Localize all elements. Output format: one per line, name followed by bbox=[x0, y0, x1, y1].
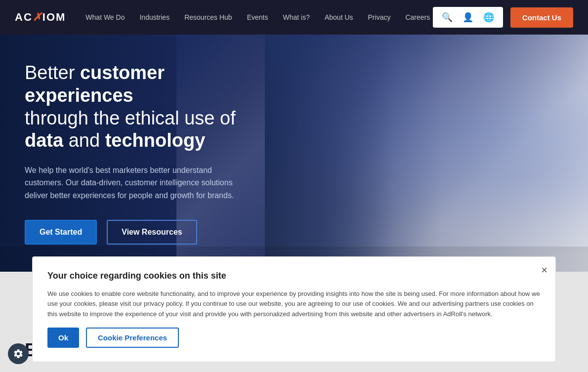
cookie-title: Your choice regarding cookies on this si… bbox=[47, 271, 541, 281]
hero-subtitle: We help the world's best marketers bette… bbox=[25, 164, 252, 202]
hero-title: Better customer experiences through the … bbox=[25, 62, 252, 152]
nav-item-about-us[interactable]: About Us bbox=[325, 13, 353, 21]
view-resources-button[interactable]: View Resources bbox=[107, 220, 197, 245]
hero-title-bold3: technology bbox=[105, 130, 206, 151]
hero-person-bg bbox=[265, 35, 588, 272]
cookie-preferences-button[interactable]: Cookie Preferences bbox=[86, 328, 179, 348]
logo[interactable]: AC✗IOM bbox=[15, 11, 66, 24]
search-icon: 🔍 bbox=[442, 12, 453, 23]
user-icon: 👤 bbox=[462, 12, 473, 23]
nav-item-events[interactable]: Events bbox=[247, 13, 268, 21]
cookie-text: We use cookies to enable core website fu… bbox=[47, 289, 541, 320]
get-started-button[interactable]: Get Started bbox=[25, 220, 97, 245]
settings-icon bbox=[13, 348, 24, 359]
hero-content: Better customer experiences through the … bbox=[0, 35, 277, 272]
nav-item-what-is[interactable]: What is? bbox=[283, 13, 309, 21]
settings-fab[interactable] bbox=[8, 343, 29, 364]
nav-links: What We Do Industries Resources Hub Even… bbox=[85, 13, 432, 21]
nav-icon-group: 🔍 👤 🌐 bbox=[433, 7, 503, 28]
nav-item-careers[interactable]: Careers bbox=[405, 13, 430, 21]
cookie-ok-button[interactable]: Ok bbox=[47, 328, 79, 348]
logo-x: ✗ bbox=[33, 11, 42, 23]
hero-buttons: Get Started View Resources bbox=[25, 220, 252, 245]
nav-item-resources-hub[interactable]: Resources Hub bbox=[184, 13, 232, 21]
search-button[interactable]: 🔍 bbox=[439, 11, 456, 24]
hero-title-part3: and bbox=[69, 130, 105, 151]
contact-button[interactable]: Contact Us bbox=[510, 7, 573, 28]
navbar: AC✗IOM What We Do Industries Resources H… bbox=[0, 0, 588, 35]
user-button[interactable]: 👤 bbox=[460, 11, 476, 24]
nav-item-industries[interactable]: Industries bbox=[139, 13, 169, 21]
hero-title-part1: Better bbox=[25, 62, 80, 83]
globe-button[interactable]: 🌐 bbox=[480, 11, 497, 24]
hero-section: Better customer experiences through the … bbox=[0, 35, 588, 272]
nav-item-privacy[interactable]: Privacy bbox=[368, 13, 391, 21]
nav-item-what-we-do[interactable]: What We Do bbox=[85, 13, 125, 21]
cookie-banner: Your choice regarding cookies on this si… bbox=[32, 256, 556, 362]
hero-title-bold2: data bbox=[25, 130, 63, 151]
cookie-overlay: Your choice regarding cookies on this si… bbox=[0, 247, 588, 372]
cookie-actions: Ok Cookie Preferences bbox=[47, 328, 541, 348]
cookie-close-button[interactable]: × bbox=[541, 265, 547, 276]
globe-icon: 🌐 bbox=[483, 12, 494, 23]
hero-title-part2: through the ethical use of bbox=[25, 108, 236, 128]
